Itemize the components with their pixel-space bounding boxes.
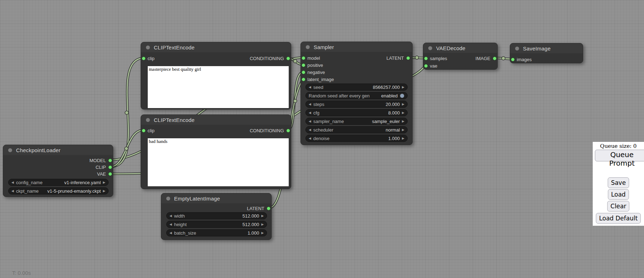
input-label: model (308, 55, 320, 61)
collapse-toggle-icon[interactable] (146, 118, 150, 122)
collapse-toggle-icon[interactable] (166, 197, 170, 201)
arrow-left-icon[interactable]: ◀ (11, 181, 14, 184)
output-label: LATENT (247, 206, 265, 211)
node-sampler[interactable]: Sampler model LATENT positive negative l… (300, 42, 413, 145)
widget-seed[interactable]: ◀ seed 8566257.000 ▶ (305, 84, 408, 91)
collapse-toggle-icon[interactable] (146, 46, 150, 49)
widget-sampler-name[interactable]: ◀ sampler_name sample_euler ▶ (305, 118, 408, 125)
input-port-clip[interactable] (142, 57, 146, 60)
output-label: VAE (97, 171, 106, 177)
node-title-bar[interactable]: CLIPTextEncode (141, 42, 291, 52)
arrow-right-icon[interactable]: ▶ (402, 137, 404, 140)
output-label: IMAGE (476, 56, 491, 61)
widget-config-name[interactable]: ◀ config_name v1-inference.yaml ▶ (8, 179, 109, 186)
input-port-negative[interactable] (302, 70, 305, 74)
arrow-left-icon[interactable]: ◀ (309, 120, 311, 123)
node-title-bar[interactable]: CheckpointLoader (3, 145, 113, 155)
output-label: CLIP (96, 165, 106, 170)
arrow-left-icon[interactable]: ◀ (309, 111, 311, 114)
queue-panel: Queue size: 0 Queue Prompt Save Load Cle… (593, 142, 644, 226)
arrow-right-icon[interactable]: ▶ (402, 86, 404, 89)
output-port-clip[interactable] (108, 165, 112, 169)
input-port-clip[interactable] (142, 129, 146, 133)
arrow-left-icon[interactable]: ◀ (11, 189, 14, 193)
node-title: SaveImage (523, 46, 551, 52)
arrow-left-icon[interactable]: ◀ (169, 231, 172, 235)
input-label: negative (308, 70, 325, 75)
collapse-toggle-icon[interactable] (515, 47, 519, 50)
arrow-right-icon[interactable]: ▶ (402, 103, 404, 106)
input-port-samples[interactable] (424, 57, 428, 60)
prompt-textarea[interactable]: masterpiece best quality girl (148, 66, 289, 108)
node-title-bar[interactable]: SaveImage (510, 43, 583, 53)
input-port-vae[interactable] (424, 64, 428, 68)
clear-button[interactable]: Clear (607, 201, 629, 212)
input-label: vae (430, 63, 438, 69)
widget-denoise[interactable]: ◀ denoise 1.000 ▶ (305, 135, 408, 142)
arrow-right-icon[interactable]: ▶ (402, 120, 404, 123)
arrow-right-icon[interactable]: ▶ (261, 214, 264, 218)
arrow-right-icon[interactable]: ▶ (402, 111, 404, 114)
arrow-right-icon[interactable]: ▶ (261, 231, 264, 235)
node-title: VAEDecode (436, 45, 465, 51)
output-port-latent[interactable] (267, 207, 271, 210)
prompt-textarea[interactable]: bad hands (148, 138, 289, 186)
load-button[interactable]: Load (608, 189, 629, 200)
node-clip-text-encode-positive[interactable]: CLIPTextEncode clip CONDITIONING masterp… (141, 42, 291, 109)
arrow-left-icon[interactable]: ◀ (309, 86, 311, 89)
arrow-right-icon[interactable]: ▶ (261, 223, 264, 226)
output-label: MODEL (89, 158, 106, 163)
collapse-toggle-icon[interactable] (8, 148, 12, 152)
node-save-image[interactable]: SaveImage images (510, 43, 583, 63)
input-port-latent-image[interactable] (302, 77, 305, 81)
toggle-knob-icon[interactable] (400, 93, 404, 98)
node-title: CLIPTextEncode (154, 117, 195, 123)
output-port-vae[interactable] (108, 172, 112, 176)
widget-scheduler[interactable]: ◀ scheduler normal ▶ (305, 126, 408, 133)
save-button[interactable]: Save (608, 177, 629, 188)
load-default-button[interactable]: Load Default (596, 213, 641, 224)
node-empty-latent-image[interactable]: EmptyLatentImage LATENT ◀ width 512.000 … (161, 193, 272, 240)
output-port-image[interactable] (493, 57, 497, 60)
node-title: CLIPTextEncode (154, 44, 195, 50)
node-title: Sampler (314, 44, 334, 50)
input-label: images (517, 57, 532, 62)
input-port-positive[interactable] (302, 63, 305, 67)
widget-cfg[interactable]: ◀ cfg 8.000 ▶ (305, 109, 408, 116)
node-title-bar[interactable]: VAEDecode (423, 43, 497, 53)
widget-height[interactable]: ◀ height 512.000 ▶ (166, 221, 267, 228)
widget-random-seed-toggle[interactable]: Random seed after every gen enabled (305, 92, 408, 99)
arrow-right-icon[interactable]: ▶ (103, 189, 105, 193)
arrow-left-icon[interactable]: ◀ (309, 128, 311, 132)
input-port-model[interactable] (302, 56, 305, 60)
widget-width[interactable]: ◀ width 512.000 ▶ (166, 212, 267, 219)
collapse-toggle-icon[interactable] (428, 46, 432, 50)
queue-prompt-button[interactable]: Queue Prompt (595, 150, 644, 161)
arrow-left-icon[interactable]: ◀ (169, 223, 172, 226)
arrow-left-icon[interactable]: ◀ (309, 137, 311, 140)
collapse-toggle-icon[interactable] (306, 45, 310, 49)
input-port-images[interactable] (511, 58, 515, 62)
node-checkpoint-loader[interactable]: CheckpointLoader MODEL CLIP VAE ◀ config… (3, 145, 113, 197)
arrow-left-icon[interactable]: ◀ (169, 214, 172, 218)
output-port-model[interactable] (108, 159, 112, 162)
output-label: LATENT (387, 55, 404, 61)
output-port-conditioning[interactable] (286, 57, 290, 60)
input-label: samples (430, 56, 447, 61)
node-title-bar[interactable]: Sampler (301, 42, 412, 52)
widget-batch-size[interactable]: ◀ batch_size 1.000 ▶ (166, 229, 267, 236)
output-port-latent[interactable] (406, 56, 410, 60)
widget-steps[interactable]: ◀ steps 20.000 ▶ (305, 101, 408, 108)
arrow-right-icon[interactable]: ▶ (103, 181, 105, 184)
node-title-bar[interactable]: EmptyLatentImage (161, 193, 271, 203)
arrow-left-icon[interactable]: ◀ (309, 103, 311, 106)
output-port-conditioning[interactable] (286, 129, 290, 133)
arrow-right-icon[interactable]: ▶ (402, 128, 404, 132)
node-title-bar[interactable]: CLIPTextEncode (141, 115, 291, 125)
input-label: clip (148, 128, 155, 133)
node-vae-decode[interactable]: VAEDecode samples IMAGE vae (423, 43, 498, 70)
input-label: positive (308, 63, 323, 68)
node-clip-text-encode-negative[interactable]: CLIPTextEncode clip CONDITIONING bad han… (141, 114, 291, 189)
widget-ckpt-name[interactable]: ◀ ckpt_name v1-5-pruned-emaonly.ckpt ▶ (8, 187, 109, 194)
node-title: CheckpointLoader (16, 147, 61, 153)
